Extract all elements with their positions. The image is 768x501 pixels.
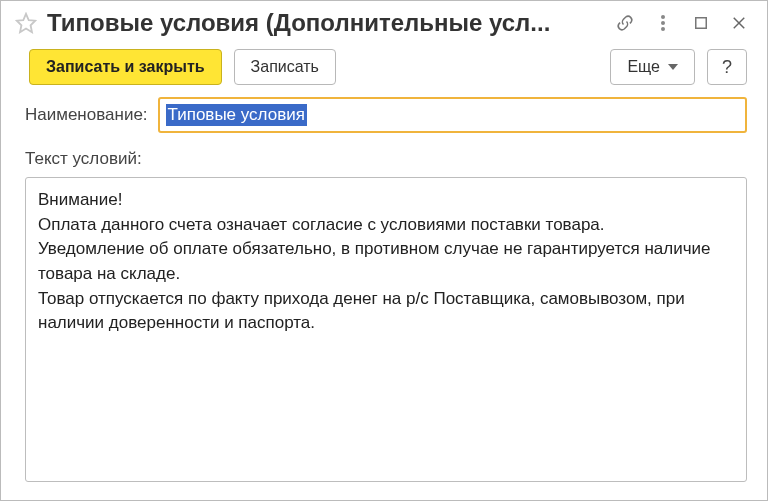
conditions-textarea[interactable]: Внимание! Оплата данного счета означает … (25, 177, 747, 482)
save-label: Записать (251, 58, 319, 76)
maximize-icon[interactable] (687, 10, 715, 36)
more-button[interactable]: Еще (610, 49, 695, 85)
titlebar: Типовые условия (Дополнительные усл... (1, 1, 767, 43)
chevron-down-icon (668, 64, 678, 70)
window-title: Типовые условия (Дополнительные усл... (47, 9, 601, 37)
form-area: Наименование: Типовые условия Текст усло… (1, 97, 767, 500)
name-label: Наименование: (25, 105, 148, 125)
svg-marker-0 (17, 14, 35, 32)
link-icon[interactable] (611, 10, 639, 36)
name-row: Наименование: Типовые условия (25, 97, 747, 133)
name-input-value: Типовые условия (166, 104, 307, 126)
help-label: ? (722, 57, 732, 78)
favorite-star-icon[interactable] (15, 12, 37, 34)
name-input[interactable]: Типовые условия (158, 97, 747, 133)
save-and-close-button[interactable]: Записать и закрыть (29, 49, 222, 85)
close-icon[interactable] (725, 10, 753, 36)
svg-rect-1 (696, 18, 707, 29)
save-button[interactable]: Записать (234, 49, 336, 85)
more-label: Еще (627, 58, 660, 76)
help-button[interactable]: ? (707, 49, 747, 85)
conditions-label: Текст условий: (25, 149, 747, 169)
save-and-close-label: Записать и закрыть (46, 58, 205, 76)
toolbar: Записать и закрыть Записать Еще ? (1, 43, 767, 97)
kebab-menu-icon[interactable] (649, 10, 677, 36)
dialog-window: Типовые условия (Дополнительные усл... З… (0, 0, 768, 501)
